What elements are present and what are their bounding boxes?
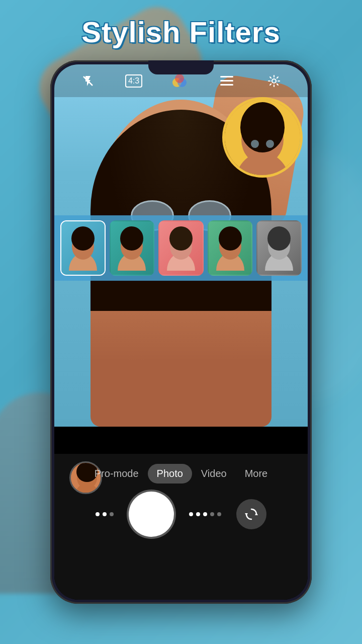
mode-promode[interactable]: Pro-mode xyxy=(85,464,148,484)
shutter-area xyxy=(54,492,308,537)
mode-selector: Pro-mode Photo Video More xyxy=(54,464,308,484)
settings-icon[interactable] xyxy=(264,71,284,91)
filter-thumb-4[interactable] xyxy=(208,220,253,276)
mode-video[interactable]: Video xyxy=(192,464,236,484)
dot-7 xyxy=(210,512,214,516)
svg-rect-6 xyxy=(220,84,233,86)
filter-strip xyxy=(54,215,308,281)
phone-notch xyxy=(148,60,214,74)
camera-controls: Pro-mode Photo Video More xyxy=(54,454,308,600)
aspect-ratio-icon[interactable]: 4:3 xyxy=(125,74,142,88)
svg-marker-34 xyxy=(245,513,248,516)
svg-point-28 xyxy=(267,226,291,251)
dot-row-left xyxy=(96,512,114,516)
filter-thumb-1[interactable] xyxy=(60,220,106,276)
shutter-button[interactable] xyxy=(129,492,174,537)
phone-frame: 4:3 xyxy=(50,60,312,604)
menu-icon[interactable] xyxy=(217,71,237,91)
svg-marker-33 xyxy=(255,513,258,515)
svg-point-19 xyxy=(120,226,143,251)
dot-2 xyxy=(103,512,107,516)
svg-point-7 xyxy=(272,79,276,83)
svg-point-22 xyxy=(169,226,193,251)
svg-point-16 xyxy=(71,226,95,251)
svg-point-3 xyxy=(175,74,184,83)
flip-camera-button[interactable] xyxy=(236,499,266,529)
svg-point-13 xyxy=(266,140,274,148)
flash-icon[interactable] xyxy=(78,71,98,91)
dot-4 xyxy=(189,512,193,516)
dot-6 xyxy=(203,512,207,516)
filter-thumb-5[interactable] xyxy=(256,220,302,276)
mode-more[interactable]: More xyxy=(236,464,277,484)
svg-point-11 xyxy=(240,102,285,152)
dot-5 xyxy=(196,512,200,516)
dot-8 xyxy=(217,512,221,516)
dot-3 xyxy=(110,512,114,516)
filter-preview-circle[interactable] xyxy=(222,97,303,178)
dot-1 xyxy=(96,512,100,516)
filter-thumb-3[interactable] xyxy=(158,220,204,276)
svg-point-25 xyxy=(219,226,242,251)
camera-viewfinder: 4:3 xyxy=(54,64,308,427)
phone-screen: 4:3 xyxy=(54,64,308,600)
mode-photo[interactable]: Photo xyxy=(148,464,192,484)
dot-row-right xyxy=(189,512,221,516)
svg-point-12 xyxy=(251,140,259,148)
page-title: Stylish Filters xyxy=(0,15,362,49)
filter-preview-image xyxy=(225,100,300,175)
svg-rect-4 xyxy=(220,76,233,77)
filter-thumb-2[interactable] xyxy=(110,220,155,276)
svg-rect-5 xyxy=(220,80,233,82)
